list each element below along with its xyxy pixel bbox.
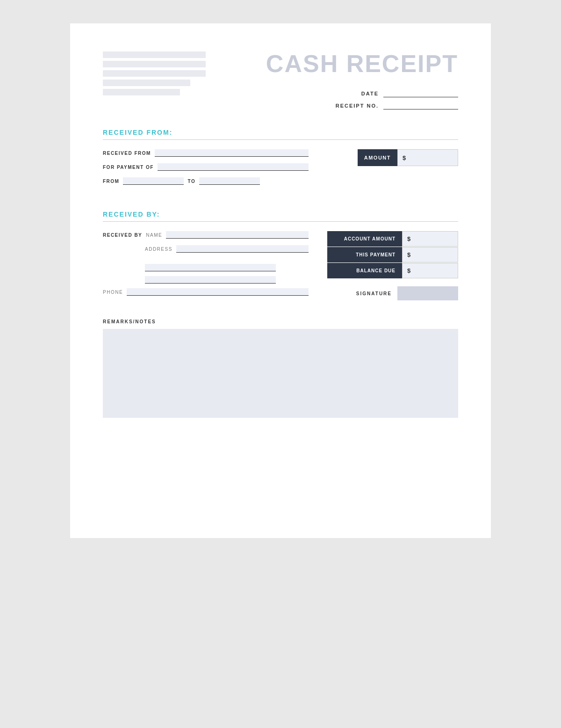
date-line[interactable] [383,90,458,97]
account-amount-label: ACCOUNT AMOUNT [327,231,402,247]
for-payment-label: FOR PAYMENT OF [103,165,154,170]
for-payment-field: FOR PAYMENT OF [103,163,309,171]
receipt-no-row: RECEIPT NO. [336,102,458,109]
receipt-meta: DATE RECEIPT NO. [266,90,458,109]
address-input-3[interactable] [145,276,276,284]
address-input-2[interactable] [145,264,276,271]
company-line-3 [103,70,206,77]
date-row: DATE [361,90,458,97]
received-from-left: RECEIVED FROM FOR PAYMENT OF FROM TO [103,149,309,191]
from-to-row: FROM TO [103,177,309,185]
received-by-title: RECEIVED BY: [103,211,160,218]
name-field-row: RECEIVED BY NAME [103,231,309,239]
account-amount-dollar[interactable]: $ [402,231,458,247]
date-label: DATE [361,91,379,96]
receipt-no-line[interactable] [383,102,458,109]
received-from-header: RECEIVED FROM: [103,128,458,140]
signature-row: SIGNATURE [327,286,458,300]
company-line-4 [103,80,190,86]
received-from-input[interactable] [155,149,309,157]
received-by-header: RECEIVED BY: [103,210,458,222]
name-label: NAME [146,233,162,238]
company-line-1 [103,51,206,58]
from-label: FROM [103,179,119,184]
received-by-row: RECEIVED BY NAME ADDRESS PHONE [103,231,458,300]
received-from-field: RECEIVED FROM [103,149,309,157]
amount-dollar[interactable]: $ [397,149,458,166]
from-input[interactable] [123,177,184,185]
remarks-box[interactable] [103,329,458,418]
balance-due-dollar[interactable]: $ [402,263,458,278]
name-input[interactable] [166,231,309,239]
address-label: ADDRESS [145,247,173,252]
received-by-right: ACCOUNT AMOUNT $ THIS PAYMENT $ BALANCE … [327,231,458,300]
phone-label: PHONE [103,290,123,295]
remarks-section: REMARKS/NOTES [103,319,458,418]
this-payment-label: THIS PAYMENT [327,247,402,262]
signature-label: SIGNATURE [356,291,392,296]
phone-input[interactable] [127,288,309,296]
received-by-left: RECEIVED BY NAME ADDRESS PHONE [103,231,309,296]
received-from-section: RECEIVED FROM: RECEIVED FROM FOR PAYMENT… [103,128,458,191]
to-input[interactable] [199,177,260,185]
received-from-right: AMOUNT $ [327,149,458,166]
address-field-row: ADDRESS [145,245,309,253]
company-line-5 [103,89,180,95]
receipt-no-label: RECEIPT NO. [336,103,379,109]
company-line-2 [103,61,206,67]
receipt-title: CASH RECEIPT [266,51,458,76]
address-input-1[interactable] [176,245,309,253]
this-payment-row: THIS PAYMENT $ [327,247,458,263]
for-payment-input[interactable] [158,163,309,171]
received-from-row: RECEIVED FROM FOR PAYMENT OF FROM TO AMO… [103,149,458,191]
company-info [103,51,206,95]
receipt-title-block: CASH RECEIPT DATE RECEIPT NO. [266,51,458,109]
received-by-section: RECEIVED BY: RECEIVED BY NAME ADDRESS [103,210,458,300]
received-by-label: RECEIVED BY [103,233,142,238]
remarks-label: REMARKS/NOTES [103,319,458,324]
header: CASH RECEIPT DATE RECEIPT NO. [103,51,458,109]
amount-label-box: AMOUNT [358,149,397,166]
this-payment-dollar[interactable]: $ [402,247,458,262]
received-from-label: RECEIVED FROM [103,151,151,156]
balance-due-label: BALANCE DUE [327,263,402,278]
address-block: ADDRESS [103,245,309,284]
signature-box[interactable] [397,286,458,300]
amount-row: AMOUNT $ [358,149,458,166]
receipt-page: CASH RECEIPT DATE RECEIPT NO. RECEIVED F… [70,23,491,538]
balance-due-row: BALANCE DUE $ [327,263,458,279]
received-from-title: RECEIVED FROM: [103,129,173,136]
to-label: TO [187,179,195,184]
account-amount-row: ACCOUNT AMOUNT $ [327,231,458,247]
phone-row: PHONE [103,288,309,296]
